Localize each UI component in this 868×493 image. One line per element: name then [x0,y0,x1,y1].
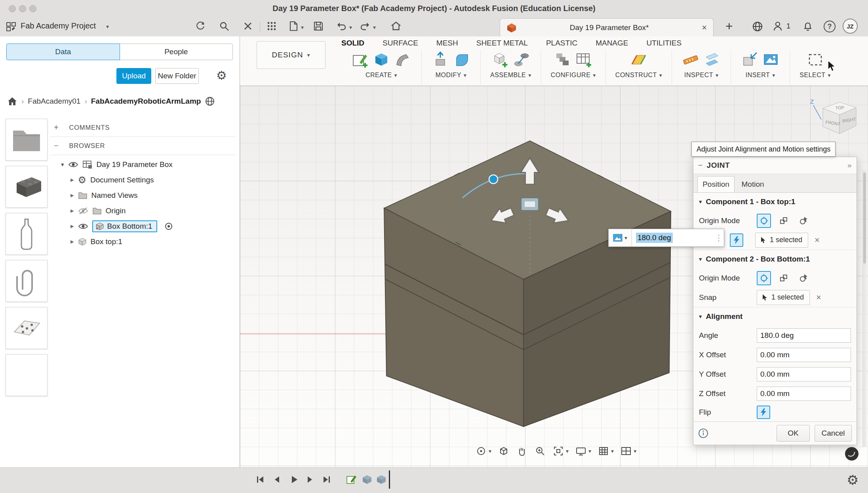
timeline-skip-start-button[interactable] [255,474,266,485]
tab-position[interactable]: Position [697,176,735,192]
search-icon[interactable] [219,21,230,32]
y-offset-field[interactable]: 0.00 mm [757,367,851,381]
construction-plane-icon[interactable] [630,51,648,69]
tab-manage[interactable]: MANAGE [596,39,628,47]
component1-section-header[interactable]: ▾ Component 1 - Box top:1 [693,193,857,211]
origin-mode-between-faces-button[interactable] [777,271,791,285]
upload-button[interactable]: Upload [116,68,151,84]
viewcube-top-label[interactable]: TOP [835,105,844,110]
assemble-caret-icon[interactable]: ▾ [528,72,531,78]
origin-mode-between-faces-button[interactable] [777,214,791,228]
display-caret-icon[interactable]: ▾ [588,448,591,454]
thumbnail-lego-brick[interactable] [6,166,48,208]
tree-row-origin[interactable]: ▸ Origin [50,203,260,218]
tree-row-named-views[interactable]: ▸ Named Views [50,188,260,203]
job-status-icon[interactable] [844,446,859,461]
user-avatar[interactable]: JZ [843,19,858,34]
look-at-icon[interactable] [498,445,510,457]
press-pull-icon[interactable] [431,51,449,69]
breadcrumb-current[interactable]: FabAcademyRoboticArmLamp [91,97,201,106]
document-tab[interactable]: Day 19 Parameter Box* × [500,18,714,37]
fillet-icon[interactable] [453,51,471,69]
primitive-box-icon[interactable] [372,51,390,69]
timeline-feature-box1[interactable] [361,474,373,485]
insert-canvas-icon[interactable] [762,51,780,69]
tab-people[interactable]: People [120,44,233,60]
timeline-feature-sketch[interactable] [345,474,357,485]
tab-surface[interactable]: SURFACE [383,39,418,47]
chevron-right-icon[interactable]: ▸ [70,222,74,230]
thumbnail-bottle[interactable] [6,213,48,255]
selected-component-box-bottom[interactable]: Box Bottom:1 [92,220,157,232]
comments-section-header[interactable]: + COMMENTS [50,119,236,137]
fit-caret-icon[interactable]: ▾ [566,448,569,454]
create-sketch-icon[interactable] [351,51,369,69]
redo-icon[interactable] [360,21,371,31]
collaborators-icon[interactable] [773,21,784,32]
undo-caret-icon[interactable]: ▾ [349,25,352,30]
timeline-skip-end-button[interactable] [321,474,332,485]
file-menu-caret-icon[interactable]: ▾ [301,25,304,30]
construct-caret-icon[interactable]: ▾ [659,72,662,78]
visibility-off-eye-icon[interactable] [78,207,88,215]
chevron-right-icon[interactable]: ▸ [70,237,74,246]
x-offset-field[interactable]: 0.00 mm [757,348,851,362]
section-analysis-icon[interactable] [703,51,721,69]
alignment-section-header[interactable]: ▾ Alignment [693,307,857,326]
configuration-table-icon[interactable] [575,51,593,69]
redo-caret-icon[interactable]: ▾ [373,25,376,30]
browser-section-header[interactable]: − BROWSER [50,137,236,155]
insert-caret-icon[interactable]: ▾ [772,72,775,78]
orbit-caret-icon[interactable]: ▾ [489,448,491,454]
sweep-icon[interactable] [394,51,412,69]
apps-grid-icon[interactable] [266,21,277,32]
timeline-playhead[interactable] [389,470,390,489]
tree-row-root[interactable]: ▾ Day 19 Parameter Box [50,157,250,172]
configuration-icon[interactable] [554,51,572,69]
component1-flip-toggle[interactable] [730,233,743,247]
home-icon[interactable] [7,97,17,106]
save-icon[interactable] [313,21,324,32]
origin-mode-simple-button[interactable] [757,214,771,228]
help-icon[interactable]: ? [824,21,836,32]
component1-snap-selection[interactable]: 1 selected [755,233,808,248]
timeline-settings-gear-icon[interactable]: ⚙ [847,473,858,487]
joint-tool-icon[interactable] [512,51,531,69]
workspace-switcher[interactable]: DESIGN ▾ [257,41,326,69]
file-menu-icon[interactable] [288,21,299,32]
refresh-icon[interactable] [195,21,206,32]
create-caret-icon[interactable]: ▾ [394,72,398,78]
expand-icon[interactable]: + [54,123,59,132]
visibility-eye-icon[interactable] [68,161,78,169]
dialog-scrollbar[interactable] [862,170,866,447]
thumbnail-empty[interactable] [6,354,48,396]
section-triangle-icon[interactable]: ▾ [699,256,702,263]
tab-data[interactable]: Data [6,44,120,60]
component2-snap-selection[interactable]: 1 selected [757,290,810,305]
extensions-globe-icon[interactable] [752,21,763,32]
section-triangle-icon[interactable]: ▾ [699,198,702,205]
origin-mode-simple-cursor-button[interactable] [796,214,811,228]
new-document-button[interactable]: + [725,19,733,34]
collapse-dialog-icon[interactable]: − [698,161,703,170]
undo-icon[interactable] [336,21,347,31]
section-triangle-icon[interactable]: ▾ [699,313,702,320]
inspect-caret-icon[interactable]: ▾ [716,72,719,78]
timeline-play-button[interactable] [288,474,299,485]
z-offset-field[interactable]: 0.00 mm [757,387,851,401]
orbit-icon[interactable]: ▾ [475,445,491,457]
modify-caret-icon[interactable]: ▾ [464,72,467,78]
chevron-right-icon[interactable]: ▸ [70,207,74,215]
breadcrumb-project[interactable]: FabAcademy01 [28,97,80,106]
rotation-handle[interactable] [489,175,498,184]
tab-utilities[interactable]: UTILITIES [647,39,682,47]
grid-snap-icon[interactable]: ▾ [598,445,614,457]
tree-row-document-settings[interactable]: ▸ ⚙ Document Settings [50,172,260,188]
thumbnail-plate[interactable] [6,307,48,349]
angle-field[interactable]: 180.0 deg [757,328,851,343]
joint-origin-indicator-icon[interactable] [164,222,173,231]
viewports-caret-icon[interactable]: ▾ [634,448,636,454]
clear-selection-icon[interactable]: × [816,292,821,303]
component2-section-header[interactable]: ▾ Component 2 - Box Bottom:1 [693,250,857,268]
select-box-icon[interactable] [806,51,824,69]
